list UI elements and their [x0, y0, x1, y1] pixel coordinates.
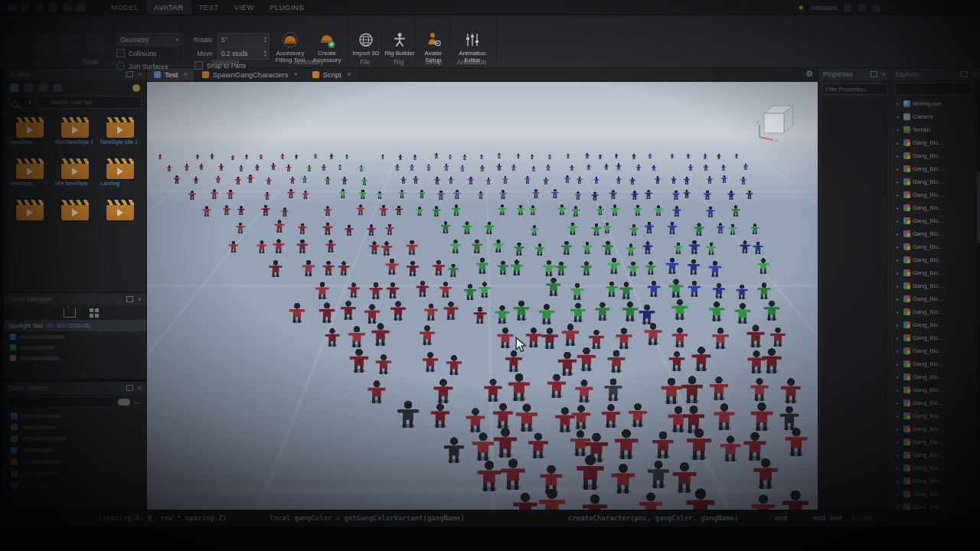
menu-tab-plugins[interactable]: PLUGINS — [262, 0, 312, 15]
save-icon[interactable] — [21, 3, 30, 11]
asset-manager-row[interactable] — [4, 342, 146, 353]
3d-viewport[interactable]: x y — [147, 81, 818, 511]
asset-manager-row[interactable] — [4, 353, 146, 364]
tree-caret-icon[interactable]: ▸ — [897, 374, 901, 380]
explorer-item[interactable]: ▸Gang_Blo… — [890, 448, 980, 461]
basic-object-row[interactable] — [4, 456, 146, 468]
grid-view-icon[interactable] — [90, 308, 99, 318]
explorer-item[interactable]: ▸Gang_Blo… — [890, 305, 980, 318]
geometry-dropdown[interactable]: Geometry ▾ — [116, 33, 182, 46]
tree-caret-icon[interactable]: ▸ — [897, 218, 901, 223]
rotate-tool-icon[interactable] — [87, 34, 105, 52]
explorer-item[interactable]: ▸Gang_Blo… — [890, 331, 980, 344]
explorer-filter-input[interactable] — [894, 83, 972, 95]
close-icon[interactable]: × — [138, 385, 142, 392]
stepper-arrows-icon[interactable]: ▲▼ — [263, 36, 269, 44]
tree-caret-icon[interactable]: ▸ — [897, 231, 901, 236]
explorer-item[interactable]: ▸Gang_Blo… — [890, 292, 980, 305]
accessory-fitting-tool-button[interactable]: Accessory Fitting Tool — [273, 31, 308, 76]
float-panel-icon[interactable] — [961, 71, 968, 77]
notifications-icon[interactable] — [858, 4, 866, 11]
explorer-item[interactable]: ▸Gang_Blo… — [890, 201, 980, 214]
close-icon[interactable]: × — [138, 71, 142, 78]
basic-object-row[interactable] — [4, 410, 146, 422]
explorer-item[interactable]: ▸Gang_Blo… — [890, 162, 980, 175]
tree-caret-icon[interactable]: ▸ — [897, 491, 901, 497]
tree-caret-icon[interactable]: ▸ — [897, 322, 901, 328]
toolbox-asset[interactable] — [8, 200, 51, 235]
float-panel-icon[interactable] — [126, 296, 133, 302]
tree-caret-icon[interactable]: ▸ — [897, 478, 901, 484]
explorer-item[interactable]: ▸Gang_Blo… — [890, 344, 980, 357]
explorer-item[interactable]: ▾Camera — [890, 110, 980, 123]
toolbox-asset[interactable]: Landing — [100, 158, 142, 194]
marketplace-icon[interactable] — [10, 83, 18, 92]
toolbox-asset[interactable]: Idle NewStyle — [54, 158, 96, 194]
explorer-item[interactable]: ▸Gang_Blo… — [890, 227, 980, 240]
tree-caret-icon[interactable]: ▸ — [897, 335, 901, 341]
menu-tab-view[interactable]: VIEW — [227, 0, 262, 15]
explorer-item[interactable]: ▸Gang_Blo… — [890, 136, 980, 149]
stepper-arrows-icon[interactable]: ▲▼ — [263, 50, 269, 57]
tree-caret-icon[interactable]: ▸ — [897, 309, 901, 315]
toolbox-search-input[interactable] — [38, 96, 142, 109]
explorer-item[interactable]: ▸Gang_Blo… — [890, 487, 980, 500]
import-3d-button[interactable]: Import 3D — [351, 31, 381, 76]
tree-caret-icon[interactable]: ▸ — [897, 348, 901, 354]
tree-caret-icon[interactable]: ▸ — [897, 192, 901, 197]
tree-caret-icon[interactable]: ▸ — [897, 153, 901, 158]
explorer-item[interactable]: ▸Gang_Blo… — [890, 149, 980, 162]
float-panel-icon[interactable] — [871, 71, 877, 77]
tree-caret-icon[interactable]: ▸ — [897, 296, 901, 302]
explorer-item[interactable]: ▸Gang_Blo… — [890, 461, 980, 474]
tree-caret-icon[interactable]: ▾ — [897, 114, 901, 119]
basic-object-row[interactable] — [4, 433, 146, 445]
move-tool-icon[interactable] — [33, 34, 51, 52]
animation-editor-button[interactable]: Animation Editor — [453, 31, 492, 76]
tree-caret-icon[interactable]: ▸ — [897, 205, 901, 210]
explorer-item[interactable]: ▾Terrain — [890, 123, 980, 136]
explorer-item[interactable]: ▸Gang_Blo… — [890, 240, 980, 253]
menu-tab-model[interactable]: MODEL — [103, 0, 146, 15]
close-icon[interactable]: × — [882, 71, 886, 78]
menu-tab-avatar[interactable]: AVATAR — [146, 0, 191, 15]
toolbox-asset[interactable]: Run NewStyle 1 — [54, 117, 96, 152]
float-panel-icon[interactable] — [126, 385, 133, 391]
explorer-item[interactable]: ▸Gang_Blo… — [890, 474, 980, 487]
toolbox-asset[interactable]: NewStyle… — [8, 158, 51, 194]
bulb-icon[interactable] — [132, 84, 140, 92]
tree-caret-icon[interactable]: ▸ — [897, 166, 901, 171]
redo-icon[interactable] — [49, 3, 57, 11]
explorer-item[interactable]: ▸Gang_Blo… — [890, 318, 980, 331]
basic-objects-search-input[interactable] — [8, 396, 114, 408]
tree-caret-icon[interactable]: ▾ — [897, 101, 901, 106]
toolbox-asset[interactable]: NewStyle Idle 1 — [100, 117, 142, 152]
toggle-icon[interactable] — [118, 399, 130, 406]
join-surfaces-dropdown[interactable]: Join Surfaces — [116, 62, 168, 70]
file-menu-icon[interactable] — [8, 3, 16, 11]
explorer-item[interactable]: ▸Gang_Blo… — [890, 422, 980, 435]
tree-caret-icon[interactable]: ▸ — [897, 452, 901, 458]
explorer-item[interactable]: ▸Gang_Blo… — [890, 383, 980, 396]
create-accessory-button[interactable]: Create Accessory — [309, 31, 345, 76]
assistant-label[interactable]: Assistant — [811, 4, 838, 11]
tree-caret-icon[interactable]: ▸ — [897, 426, 901, 432]
tree-caret-icon[interactable]: ▸ — [897, 413, 901, 419]
tree-caret-icon[interactable]: ▸ — [897, 257, 901, 262]
explorer-scrollbar[interactable] — [977, 94, 980, 509]
select-tool-icon[interactable] — [6, 34, 24, 52]
tree-caret-icon[interactable]: ▸ — [897, 400, 901, 406]
toolbox-asset[interactable] — [100, 200, 142, 235]
overflow-menu-icon[interactable]: ⋯ — [134, 399, 142, 406]
toolbox-asset[interactable] — [54, 200, 96, 235]
explorer-item[interactable]: ▸Gang_Blo… — [890, 175, 980, 188]
upload-icon[interactable] — [64, 308, 76, 318]
basic-object-row[interactable] — [4, 468, 146, 479]
tree-caret-icon[interactable]: ▸ — [897, 179, 901, 184]
tree-caret-icon[interactable]: ▸ — [897, 270, 901, 276]
collisions-toggle[interactable]: Collisions — [116, 49, 156, 57]
close-icon[interactable]: × — [138, 296, 142, 303]
undo-icon[interactable] — [35, 3, 44, 11]
tree-caret-icon[interactable]: ▾ — [897, 127, 901, 132]
explorer-item[interactable]: ▸Gang_Blo… — [890, 357, 980, 370]
